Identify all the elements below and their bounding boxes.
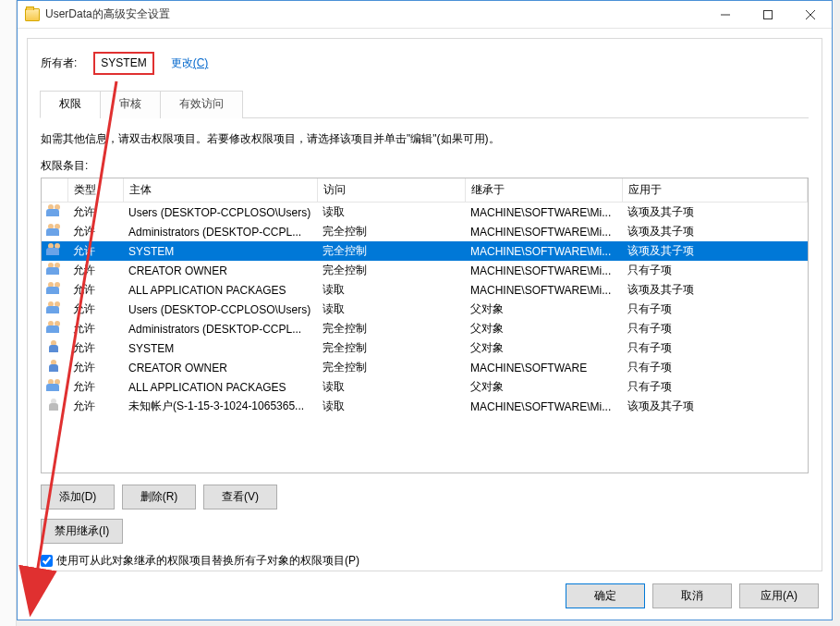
cell-principal: SYSTEM <box>123 338 317 358</box>
cell-applies: 该项及其子项 <box>622 241 808 261</box>
window-controls <box>704 1 832 28</box>
cell-inherited: 父对象 <box>465 319 622 338</box>
maximize-button[interactable] <box>747 1 789 28</box>
cell-access: 读取 <box>317 300 465 319</box>
cell-principal: CREATOR OWNER <box>123 358 317 377</box>
cell-type: 允许 <box>67 319 123 338</box>
view-button[interactable]: 查看(V) <box>203 485 277 509</box>
remove-button[interactable]: 删除(R) <box>122 485 196 509</box>
cell-inherited: 父对象 <box>465 377 622 397</box>
cell-applies: 只有子项 <box>622 358 808 377</box>
permission-row[interactable]: 允许Users (DESKTOP-CCPLOSO\Users)读取父对象只有子项 <box>42 300 808 319</box>
cell-inherited: MACHINE\SOFTWARE\Mi... <box>465 203 622 223</box>
permission-row[interactable]: 允许Administrators (DESKTOP-CCPL...完全控制MAC… <box>42 222 808 241</box>
cell-access: 完全控制 <box>317 241 465 261</box>
cell-inherited: MACHINE\SOFTWARE\Mi... <box>465 222 622 241</box>
dialog-footer: 确定 取消 应用(A) <box>566 583 819 608</box>
cell-applies: 该项及其子项 <box>622 397 808 416</box>
dialog-body: 所有者: SYSTEM 更改(C) 权限审核有效访问 如需其他信息，请双击权限项… <box>27 38 822 571</box>
svg-rect-0 <box>764 10 773 18</box>
cancel-button[interactable]: 取消 <box>652 583 732 608</box>
cell-applies: 该项及其子项 <box>622 222 808 241</box>
tab-1[interactable]: 审核 <box>100 91 161 118</box>
minimize-icon <box>721 10 730 19</box>
titlebar[interactable]: UserData的高级安全设置 <box>18 1 832 29</box>
column-header-5[interactable]: 应用于 <box>622 178 808 203</box>
cell-inherited: MACHINE\SOFTWARE\Mi... <box>465 397 622 416</box>
cell-access: 完全控制 <box>317 358 465 377</box>
replace-children-row: 使用可从此对象继承的权限项目替换所有子对象的权限项目(P) <box>41 553 809 569</box>
cell-inherited: MACHINE\SOFTWARE\Mi... <box>465 280 622 300</box>
maximize-icon <box>763 10 773 19</box>
cell-type: 允许 <box>67 358 123 377</box>
permission-row[interactable]: 允许未知帐户(S-1-15-3-1024-1065365...读取MACHINE… <box>42 397 808 416</box>
replace-children-label[interactable]: 使用可从此对象继承的权限项目替换所有子对象的权限项目(P) <box>56 553 359 569</box>
tab-2[interactable]: 有效访问 <box>160 91 243 118</box>
cell-access: 读取 <box>317 203 465 223</box>
replace-children-checkbox[interactable] <box>41 555 53 567</box>
tab-strip: 权限审核有效访问 <box>40 90 809 118</box>
permission-row[interactable]: 允许CREATOR OWNER完全控制MACHINE\SOFTWARE\Mi..… <box>42 261 808 280</box>
cell-applies: 只有子项 <box>622 338 808 358</box>
cell-principal: ALL APPLICATION PACKAGES <box>123 377 317 397</box>
change-owner-link[interactable]: 更改(C) <box>171 55 209 71</box>
add-button[interactable]: 添加(D) <box>41 485 115 509</box>
cell-principal: CREATOR OWNER <box>123 261 317 280</box>
cell-type: 允许 <box>67 241 123 261</box>
cell-inherited: 父对象 <box>465 338 622 358</box>
cell-access: 完全控制 <box>317 222 465 241</box>
cell-access: 读取 <box>317 397 465 416</box>
users-group-icon <box>46 243 63 256</box>
permission-row[interactable]: 允许Users (DESKTOP-CCPLOSO\Users)读取MACHINE… <box>42 203 808 223</box>
cell-applies: 该项及其子项 <box>622 203 808 223</box>
permission-row[interactable]: 允许SYSTEM完全控制父对象只有子项 <box>42 338 808 358</box>
cell-applies: 该项及其子项 <box>622 280 808 300</box>
owner-row: 所有者: SYSTEM 更改(C) <box>41 52 809 75</box>
disable-inheritance-button[interactable]: 禁用继承(I) <box>41 519 123 544</box>
ok-button[interactable]: 确定 <box>566 583 645 608</box>
permissions-grid[interactable]: 类型主体访问继承于应用于 允许Users (DESKTOP-CCPLOSO\Us… <box>41 178 809 473</box>
window-title: UserData的高级安全设置 <box>45 6 704 22</box>
column-header-4[interactable]: 继承于 <box>465 178 622 203</box>
permission-row[interactable]: 允许Administrators (DESKTOP-CCPL...完全控制父对象… <box>42 319 808 338</box>
permission-row[interactable]: 允许ALL APPLICATION PACKAGES读取MACHINE\SOFT… <box>42 280 808 300</box>
minimize-button[interactable] <box>704 1 747 28</box>
permission-row[interactable]: 允许SYSTEM完全控制MACHINE\SOFTWARE\Mi...该项及其子项 <box>42 241 808 261</box>
cell-applies: 只有子项 <box>622 300 808 319</box>
grid-buttons: 添加(D) 删除(R) 查看(V) <box>41 485 809 509</box>
cell-type: 允许 <box>67 338 123 358</box>
cell-inherited: MACHINE\SOFTWARE <box>465 358 622 377</box>
users-group-icon <box>46 282 63 295</box>
cell-type: 允许 <box>67 203 123 223</box>
permission-row[interactable]: 允许ALL APPLICATION PACKAGES读取父对象只有子项 <box>42 377 808 397</box>
security-dialog-window: UserData的高级安全设置 所有者: SYSTEM 更改(C) 权限审核有效… <box>17 0 833 620</box>
cell-principal: SYSTEM <box>123 241 317 261</box>
cell-access: 完全控制 <box>317 319 465 338</box>
permissions-label: 权限条目: <box>41 158 809 174</box>
folder-icon <box>25 8 40 21</box>
cell-access: 完全控制 <box>317 261 465 280</box>
apply-button[interactable]: 应用(A) <box>739 583 819 608</box>
permission-row[interactable]: 允许CREATOR OWNER完全控制MACHINE\SOFTWARE只有子项 <box>42 358 808 377</box>
users-group-icon <box>46 321 63 334</box>
cell-principal: ALL APPLICATION PACKAGES <box>123 280 317 300</box>
cell-type: 允许 <box>67 222 123 241</box>
close-icon <box>806 10 815 19</box>
column-header-0[interactable] <box>42 178 67 203</box>
cell-inherited: MACHINE\SOFTWARE\Mi... <box>465 261 622 280</box>
cell-applies: 只有子项 <box>622 261 808 280</box>
cell-principal: Administrators (DESKTOP-CCPL... <box>123 319 317 338</box>
cell-applies: 只有子项 <box>622 377 808 397</box>
cell-inherited: 父对象 <box>465 300 622 319</box>
column-header-1[interactable]: 类型 <box>67 178 123 203</box>
column-header-3[interactable]: 访问 <box>317 178 465 203</box>
info-text: 如需其他信息，请双击权限项目。若要修改权限项目，请选择该项目并单击"编辑"(如果… <box>41 131 809 147</box>
cell-type: 允许 <box>67 261 123 280</box>
users-group-icon <box>46 224 63 237</box>
close-button[interactable] <box>789 1 832 28</box>
editor-gutter <box>0 0 17 626</box>
cell-access: 读取 <box>317 280 465 300</box>
cell-principal: Administrators (DESKTOP-CCPL... <box>123 222 317 241</box>
column-header-2[interactable]: 主体 <box>123 178 317 203</box>
tab-0[interactable]: 权限 <box>40 91 101 118</box>
